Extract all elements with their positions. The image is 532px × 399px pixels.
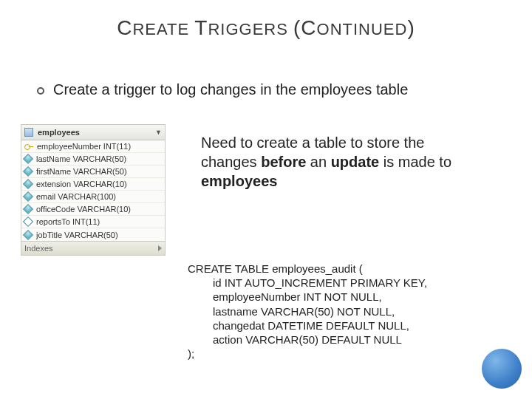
sql-line: ); [188,347,194,360]
column-label: email VARCHAR(100) [36,192,116,201]
title-frag: ) [407,16,415,39]
column-row: firstName VARCHAR(50) [21,166,165,178]
sql-code: CREATE TABLE employees_audit ( id INT AU… [188,262,505,361]
title-frag: T [194,16,208,39]
diamond-icon [23,216,33,227]
column-row: email VARCHAR(100) [21,191,165,203]
table-schema-panel: employees ▼ employeeNumber INT(11)lastNa… [21,124,166,256]
table-name: employees [38,128,80,137]
diamond-icon [23,191,33,202]
sql-line: employeeNumber INT NOT NULL, [188,290,505,304]
column-label: jobTitle VARCHAR(50) [36,231,118,239]
diamond-icon [23,229,33,239]
diamond-icon [23,166,33,177]
sql-line: action VARCHAR(50) DEFAULT NULL [188,332,505,347]
title-frag: RIGGERS [208,20,293,38]
sql-line: CREATE TABLE employees_audit ( [188,262,363,275]
expand-icon [158,245,162,251]
column-label: lastName VARCHAR(50) [36,154,126,163]
column-row: reportsTo INT(11) [21,216,165,228]
column-label: officeCode VARCHAR(10) [36,205,131,214]
slide-title: CREATE TRIGGERS (CONTINUED) [0,16,532,40]
sql-line: id INT AUTO_INCREMENT PRIMARY KEY, [188,276,505,290]
diamond-icon [23,179,33,189]
column-row: lastName VARCHAR(50) [21,153,165,166]
text-bold: update [331,154,380,170]
text: an [306,154,330,170]
table-header: employees ▼ [21,124,166,140]
text-bold: before [261,154,306,170]
bullet-text: Create a trigger to log changes in the e… [53,81,408,98]
column-list: employeeNumber INT(11)lastName VARCHAR(5… [21,140,166,242]
indexes-row: Indexes [21,242,166,256]
bullet-row: Create a trigger to log changes in the e… [37,81,502,98]
chevron-down-icon: ▼ [155,129,162,136]
slide: CREATE TRIGGERS (CONTINUED) Create a tri… [0,0,532,399]
column-row: jobTitle VARCHAR(50) [21,228,165,241]
column-label: firstName VARCHAR(50) [36,167,127,176]
bullet-icon [37,87,44,95]
key-icon [24,143,33,151]
column-label: reportsTo INT(11) [36,217,100,226]
sql-line: changedat DATETIME DEFAULT NULL, [188,318,505,332]
diamond-icon [23,154,33,164]
explain-text: Need to create a table to store the chan… [201,133,467,191]
diamond-icon [23,204,33,214]
column-label: employeeNumber INT(11) [37,142,131,151]
decorative-circle [482,349,522,389]
sql-line: lastname VARCHAR(50) NOT NULL, [188,304,505,318]
title-frag: ONTINUED [317,20,408,38]
text-bold: employees [201,173,277,189]
column-row: employeeNumber INT(11) [21,140,165,153]
title-frag: (C [293,16,317,39]
title-frag: C [117,16,132,39]
indexes-label: Indexes [24,244,53,253]
table-icon [24,128,33,137]
text: is made to [379,154,451,170]
column-row: officeCode VARCHAR(10) [21,203,165,216]
column-label: extension VARCHAR(10) [36,180,127,188]
column-row: extension VARCHAR(10) [21,178,165,191]
title-frag: REATE [132,20,194,38]
